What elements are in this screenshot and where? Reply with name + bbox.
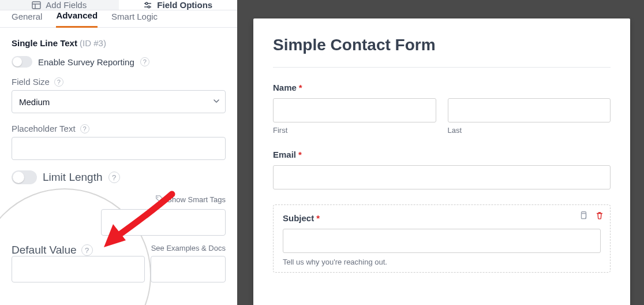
svg-point-6: [148, 6, 151, 8]
last-name-sublabel: Last: [448, 126, 611, 135]
field-size-select-wrap: [12, 90, 226, 113]
svg-point-4: [146, 2, 148, 5]
field-id-label: (ID #3): [80, 38, 106, 48]
smart-tags-link[interactable]: Show Smart Tags: [12, 185, 226, 204]
email-label: Email*: [273, 150, 611, 159]
smart-tags-label: Show Smart Tags: [167, 195, 226, 204]
survey-row: Enable Survey Reporting ?: [12, 56, 226, 68]
sidebar-panel: Add Fields Field Options General Advance…: [0, 0, 237, 305]
subtab-advanced[interactable]: Advanced: [56, 10, 98, 28]
svg-rect-0: [32, 2, 40, 9]
default-value-aux-input[interactable]: [151, 256, 226, 282]
last-name-input[interactable]: [448, 98, 611, 122]
duplicate-icon[interactable]: [579, 211, 588, 222]
top-tabs: Add Fields Field Options: [0, 0, 237, 10]
form-title: Simple Contact Form: [273, 36, 611, 68]
field-header: Single Line Text (ID #3): [12, 38, 226, 48]
required-asterisk: *: [316, 213, 320, 223]
tab-add-fields-label: Add Fields: [46, 0, 87, 10]
sub-tabs: General Advanced Smart Logic: [0, 10, 237, 28]
name-label: Name*: [273, 83, 611, 92]
tag-icon: [155, 195, 163, 204]
limit-length-row: Limit Length ?: [12, 170, 226, 184]
form-field-subject-selected[interactable]: Subject* Tell us why you're reaching out…: [273, 204, 611, 273]
placeholder-label: Placeholder Text ?: [12, 124, 226, 133]
form-field-email: Email*: [273, 150, 611, 189]
form-field-name: Name* First Last: [273, 83, 611, 135]
tab-field-options[interactable]: Field Options: [119, 0, 238, 10]
subtab-general[interactable]: General: [12, 12, 42, 27]
email-input[interactable]: [273, 165, 611, 189]
sliders-icon: [143, 1, 152, 10]
subject-input[interactable]: [283, 229, 601, 253]
help-icon[interactable]: ?: [140, 57, 149, 66]
default-value-input[interactable]: [12, 256, 145, 282]
first-name-input[interactable]: [273, 98, 436, 122]
field-action-icons: [579, 211, 604, 222]
help-icon[interactable]: ?: [108, 172, 120, 183]
limit-length-label: Limit Length: [43, 171, 103, 184]
tab-add-fields[interactable]: Add Fields: [0, 0, 119, 10]
docs-link-label: See Examples & Docs: [151, 244, 226, 252]
subtab-smart-logic[interactable]: Smart Logic: [111, 12, 158, 27]
preview-canvas: Simple Contact Form Name* First Last Ema…: [237, 0, 644, 305]
help-icon[interactable]: ?: [80, 124, 89, 133]
delete-icon[interactable]: [595, 211, 604, 222]
layout-icon: [32, 1, 41, 10]
first-name-sublabel: First: [273, 126, 436, 135]
smart-tags-input[interactable]: [101, 209, 226, 236]
field-size-label: Field Size ?: [12, 77, 226, 87]
svg-point-7: [158, 197, 159, 198]
form-preview: Simple Contact Form Name* First Last Ema…: [253, 18, 630, 305]
placeholder-input[interactable]: [12, 137, 226, 160]
panel-body: Single Line Text (ID #3) Enable Survey R…: [0, 28, 237, 305]
survey-toggle[interactable]: [12, 56, 32, 68]
help-icon[interactable]: ?: [81, 244, 93, 256]
field-type-label: Single Line Text: [12, 38, 77, 48]
required-asterisk: *: [299, 83, 302, 92]
field-size-select[interactable]: [12, 90, 226, 113]
subject-hint: Tell us why you're reaching out.: [283, 258, 601, 266]
subject-label: Subject*: [283, 213, 601, 223]
magnified-region: Limit Length ? Show Smart Tags Default V…: [12, 170, 226, 282]
survey-label: Enable Survey Reporting: [38, 57, 134, 67]
tab-field-options-label: Field Options: [157, 0, 212, 10]
limit-length-toggle[interactable]: [12, 170, 37, 184]
required-asterisk: *: [298, 150, 302, 159]
help-icon[interactable]: ?: [54, 77, 63, 87]
